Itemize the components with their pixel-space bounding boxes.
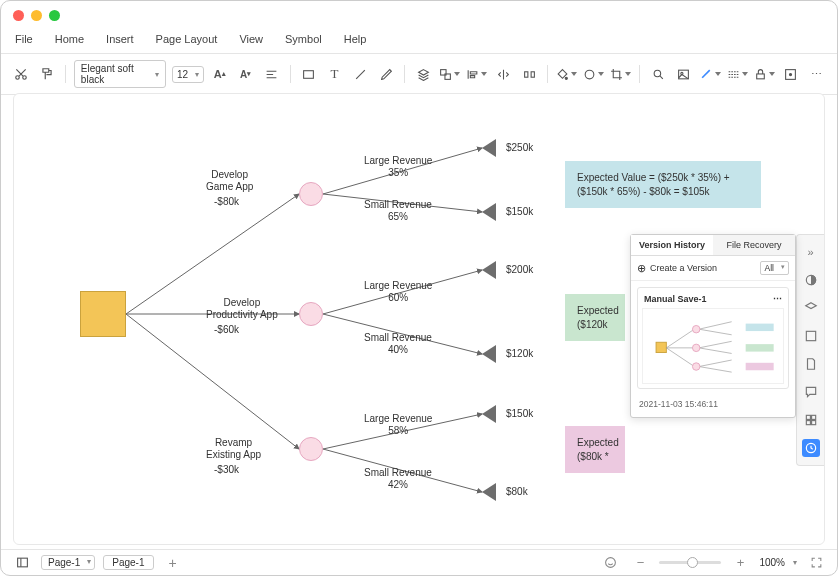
b2-small-label: Small Revenue40% <box>364 332 432 356</box>
add-page-icon[interactable]: + <box>162 552 184 574</box>
menu-home[interactable]: Home <box>55 33 84 45</box>
create-version-label[interactable]: Create a Version <box>650 263 717 273</box>
line-tool-icon[interactable] <box>350 63 370 85</box>
canvas[interactable]: DevelopGame App -$80k Large Revenue35% S… <box>13 93 825 545</box>
fill-color-icon[interactable] <box>556 63 577 85</box>
version-more-icon[interactable]: ⋯ <box>773 294 782 304</box>
outcome-node[interactable] <box>482 139 496 157</box>
window-controls[interactable] <box>13 10 60 21</box>
smile-icon[interactable] <box>599 552 621 574</box>
b3-large-val: $150k <box>506 408 533 419</box>
decision-root-node[interactable] <box>80 291 126 337</box>
branch3-name: RevampExisting App <box>206 437 261 461</box>
focus-icon[interactable] <box>781 63 801 85</box>
branch3-cost: -$30k <box>214 464 239 476</box>
chance-node-3[interactable] <box>299 437 323 461</box>
page-panel-icon[interactable] <box>802 355 820 373</box>
version-thumbnail <box>642 308 784 384</box>
resources-icon[interactable] <box>802 411 820 429</box>
svg-rect-20 <box>811 421 815 425</box>
branch2-name: DevelopProductivity App <box>206 297 278 321</box>
fullscreen-icon[interactable] <box>805 552 827 574</box>
page-select[interactable]: Page-1 <box>41 555 95 570</box>
svg-rect-16 <box>806 331 815 340</box>
svg-rect-17 <box>806 415 810 419</box>
note-expected-value-1[interactable]: Expected Value = ($250k * 35%) +($150k *… <box>565 161 761 208</box>
zoom-in-icon[interactable]: + <box>729 552 751 574</box>
page-list-icon[interactable] <box>11 552 33 574</box>
b1-small-label: Small Revenue65% <box>364 199 432 223</box>
line-style-icon[interactable] <box>727 63 748 85</box>
tab-version-history[interactable]: Version History <box>631 235 713 256</box>
flip-icon[interactable] <box>493 63 513 85</box>
outcome-node[interactable] <box>482 203 496 221</box>
outcome-node[interactable] <box>482 405 496 423</box>
menu-view[interactable]: View <box>239 33 263 45</box>
shape-rect-icon[interactable] <box>299 63 319 85</box>
group-icon[interactable] <box>439 63 460 85</box>
menu-page-layout[interactable]: Page Layout <box>156 33 218 45</box>
add-version-icon[interactable]: ⊕ <box>637 262 646 275</box>
comment-icon[interactable] <box>802 383 820 401</box>
page-tab[interactable]: Page-1 <box>103 555 153 570</box>
menu-file[interactable]: File <box>15 33 33 45</box>
version-filter-select[interactable]: All <box>760 261 789 275</box>
layers-panel-icon[interactable] <box>802 299 820 317</box>
zoom-slider[interactable] <box>659 561 721 564</box>
svg-rect-6 <box>531 71 534 76</box>
align-objects-icon[interactable] <box>466 63 487 85</box>
lock-icon[interactable] <box>754 63 775 85</box>
maximize-window-icon[interactable] <box>49 10 60 21</box>
chance-node-2[interactable] <box>299 302 323 326</box>
more-icon[interactable]: ⋯ <box>807 63 827 85</box>
svg-rect-12 <box>757 73 765 78</box>
text-tool-icon[interactable]: T <box>325 63 345 85</box>
note-expected-value-2[interactable]: Expected($120k <box>565 294 625 341</box>
svg-point-9 <box>654 70 661 77</box>
status-bar: Page-1 Page-1 + − + 100%▾ <box>1 549 837 575</box>
layers-icon[interactable] <box>413 63 433 85</box>
decrease-font-icon[interactable]: A▾ <box>236 63 256 85</box>
tab-file-recovery[interactable]: File Recovery <box>713 235 795 256</box>
minimize-window-icon[interactable] <box>31 10 42 21</box>
menu-insert[interactable]: Insert <box>106 33 134 45</box>
close-window-icon[interactable] <box>13 10 24 21</box>
image-icon[interactable] <box>674 63 694 85</box>
align-icon[interactable] <box>262 63 282 85</box>
outline-icon[interactable] <box>802 327 820 345</box>
note-expected-value-3[interactable]: Expected($80k * <box>565 426 625 473</box>
outcome-node[interactable] <box>482 345 496 363</box>
outcome-node[interactable] <box>482 261 496 279</box>
b1-large-label: Large Revenue35% <box>364 155 432 179</box>
font-size-select[interactable]: 12▾ <box>172 66 204 83</box>
font-select[interactable]: Elegant soft black▾ <box>74 60 166 88</box>
version-history-panel: Version History File Recovery ⊕ Create a… <box>630 234 796 418</box>
version-item[interactable]: Manual Save-1⋯ <box>637 287 789 389</box>
collapse-panel-icon[interactable]: » <box>802 243 820 261</box>
search-icon[interactable] <box>648 63 668 85</box>
branch2-cost: -$60k <box>214 324 239 336</box>
format-painter-icon[interactable] <box>37 63 57 85</box>
zoom-out-icon[interactable]: − <box>629 552 651 574</box>
svg-point-1 <box>23 76 27 80</box>
right-sidebar: » <box>796 234 824 466</box>
line-color-icon[interactable] <box>700 63 721 85</box>
b2-large-val: $200k <box>506 264 533 275</box>
font-name-label: Elegant soft black <box>81 63 155 85</box>
shape-style-icon[interactable] <box>583 63 604 85</box>
history-icon[interactable] <box>802 439 820 457</box>
menu-help[interactable]: Help <box>344 33 367 45</box>
font-size-label: 12 <box>177 69 188 80</box>
menu-symbol[interactable]: Symbol <box>285 33 322 45</box>
increase-font-icon[interactable]: A▴ <box>210 63 230 85</box>
chance-node-1[interactable] <box>299 182 323 206</box>
theme-icon[interactable] <box>802 271 820 289</box>
cut-icon[interactable] <box>11 63 31 85</box>
version-timestamp: 2021-11-03 15:46:11 <box>631 395 795 417</box>
pen-tool-icon[interactable] <box>376 63 396 85</box>
outcome-node[interactable] <box>482 483 496 501</box>
crop-icon[interactable] <box>610 63 631 85</box>
distribute-icon[interactable] <box>519 63 539 85</box>
b2-large-label: Large Revenue60% <box>364 280 432 304</box>
b1-small-val: $150k <box>506 206 533 217</box>
